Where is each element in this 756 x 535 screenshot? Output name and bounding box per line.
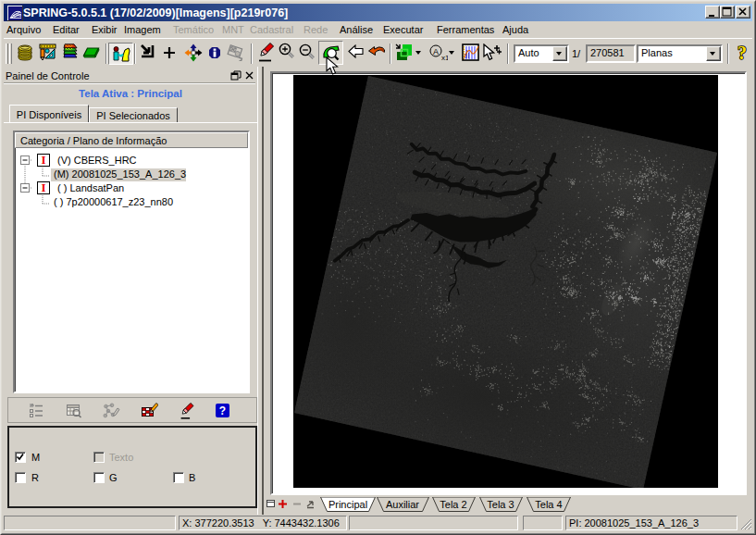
svg-text:x1: x1 <box>441 54 448 62</box>
svg-text:Principal: Principal <box>328 499 367 510</box>
svg-text:?: ? <box>219 404 226 417</box>
svg-text:(V) CBERS_HRC: (V) CBERS_HRC <box>57 155 137 166</box>
svg-text:?: ? <box>737 43 747 63</box>
svg-text:Tela 2: Tela 2 <box>440 499 466 510</box>
svg-text:Tela 3: Tela 3 <box>487 499 514 510</box>
svg-text:Tela 4: Tela 4 <box>535 499 562 510</box>
svg-text:Auxiliar: Auxiliar <box>386 499 419 510</box>
svg-text:( ) LandsatPan: ( ) LandsatPan <box>57 182 124 193</box>
svg-text:( ) 7p20000617_z23_nn80: ( ) 7p20000617_z23_nn80 <box>54 196 173 207</box>
svg-text:I: I <box>41 153 45 167</box>
svg-text:I: I <box>41 180 45 194</box>
svg-text:A: A <box>433 47 439 56</box>
svg-text:(M) 20081025_153_A_126_3: (M) 20081025_153_A_126_3 <box>54 168 186 180</box>
